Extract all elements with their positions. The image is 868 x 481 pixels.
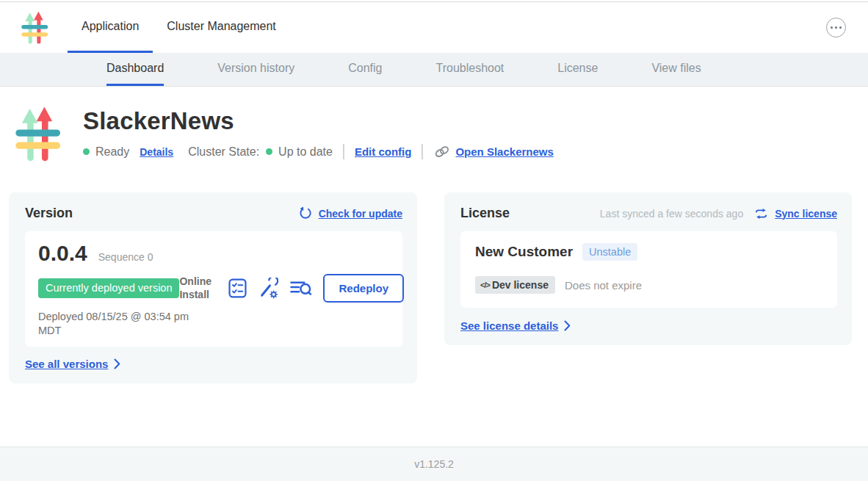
version-card-title: Version — [25, 206, 73, 221]
preflight-checklist-icon[interactable] — [228, 278, 247, 298]
chevron-right-icon — [114, 358, 120, 369]
sync-license-link[interactable]: Sync license — [775, 208, 837, 220]
console-version: v1.125.2 — [414, 458, 454, 470]
license-type-badge: </> Dev license — [475, 276, 555, 294]
divider — [422, 144, 423, 159]
see-license-details-row[interactable]: See license details — [460, 319, 837, 332]
cluster-state-value: Up to date — [278, 145, 333, 159]
license-expiry: Does not expire — [565, 279, 642, 292]
cluster-state-label: Cluster State: — [188, 145, 259, 159]
slackernews-logo-icon-large — [15, 104, 63, 164]
license-panel: New Customer Unstable </> Dev license Do… — [460, 231, 837, 308]
top-border-line — [0, 1, 868, 2]
app-hero: SlackerNews Ready Details Cluster State:… — [15, 103, 852, 167]
license-card: License Last synced a few seconds ago Sy… — [444, 192, 852, 345]
version-card: Version Check for update 0.0.4 Sequence … — [9, 192, 417, 383]
subnav-troubleshoot-label: Troubleshoot — [435, 62, 504, 75]
install-type-label: Online Install — [179, 275, 217, 301]
subnav-license-label: License — [557, 62, 598, 75]
code-icon: </> — [480, 281, 490, 289]
app-logo-small — [21, 2, 50, 53]
cluster-state-dot — [266, 148, 272, 155]
subnav-item-config[interactable]: Config — [348, 53, 382, 86]
tab-cluster-management-label: Cluster Management — [167, 20, 276, 33]
primary-tabs: Application Cluster Management — [68, 2, 290, 53]
top-header: Application Cluster Management — [0, 2, 868, 53]
edit-config-link[interactable]: Edit config — [355, 145, 412, 158]
app-footer: v1.125.2 — [0, 446, 868, 481]
refresh-icon — [298, 206, 312, 220]
deployed-badge: Currently deployed version — [38, 278, 179, 298]
config-wrench-icon[interactable] — [258, 278, 278, 299]
page-title: SlackerNews — [83, 107, 554, 135]
tab-cluster-management[interactable]: Cluster Management — [153, 2, 290, 53]
subnav-item-version-history[interactable]: Version history — [217, 53, 294, 86]
app-logo-large — [15, 104, 63, 167]
subnav-item-license[interactable]: License — [557, 53, 598, 86]
subnav-item-view-files[interactable]: View files — [651, 53, 701, 86]
details-link[interactable]: Details — [140, 146, 173, 158]
license-card-header: License Last synced a few seconds ago Sy… — [460, 206, 837, 221]
deployed-timestamp: Deployed 08/15/25 @ 03:54 pm MDT — [38, 310, 192, 338]
app-status-row: Ready Details Cluster State: Up to date … — [83, 144, 554, 159]
app-status-dot — [83, 148, 90, 155]
channel-badge: Unstable — [582, 243, 637, 261]
app-status-text: Ready — [95, 145, 129, 159]
dashboard-main: SlackerNews Ready Details Cluster State:… — [0, 103, 868, 383]
subnav-config-label: Config — [348, 62, 382, 75]
version-sequence: Sequence 0 — [98, 251, 153, 263]
see-all-versions-link[interactable]: See all versions — [25, 358, 108, 370]
subnav-item-dashboard[interactable]: Dashboard — [106, 53, 164, 86]
license-card-title: License — [460, 206, 510, 221]
divider — [343, 144, 344, 159]
redeploy-button[interactable]: Redeploy — [323, 274, 404, 303]
tab-application-label: Application — [82, 20, 139, 33]
subnav-item-troubleshoot[interactable]: Troubleshoot — [435, 53, 504, 86]
ellipsis-menu-icon[interactable] — [826, 18, 846, 37]
subnav-dashboard-label: Dashboard — [106, 62, 164, 75]
customer-name: New Customer — [475, 244, 573, 260]
version-number: 0.0.4 — [38, 241, 87, 266]
see-all-versions-row[interactable]: See all versions — [25, 358, 402, 370]
last-synced-text: Last synced a few seconds ago — [600, 208, 743, 220]
sync-icon — [754, 208, 768, 220]
tab-application[interactable]: Application — [68, 2, 153, 53]
subnav-version-history-label: Version history — [217, 62, 294, 75]
deploy-logs-icon[interactable] — [289, 279, 312, 297]
check-for-update-link[interactable]: Check for update — [319, 208, 402, 220]
version-card-header: Version Check for update — [25, 206, 402, 221]
see-license-details-link[interactable]: See license details — [460, 319, 558, 332]
header-spacer — [290, 2, 826, 53]
secondary-nav: Dashboard Version history Config Trouble… — [0, 53, 868, 87]
dashboard-cards: Version Check for update 0.0.4 Sequence … — [9, 192, 852, 383]
subnav-view-files-label: View files — [651, 62, 701, 75]
chain-link-icon — [433, 145, 451, 159]
open-app-link[interactable]: Open Slackernews — [455, 145, 553, 158]
current-version-panel: 0.0.4 Sequence 0 Currently deployed vers… — [25, 231, 402, 347]
hero-body: SlackerNews Ready Details Cluster State:… — [83, 103, 554, 167]
slackernews-logo-icon — [21, 11, 50, 45]
license-type-label: Dev license — [492, 279, 549, 291]
chevron-right-icon — [564, 320, 571, 331]
